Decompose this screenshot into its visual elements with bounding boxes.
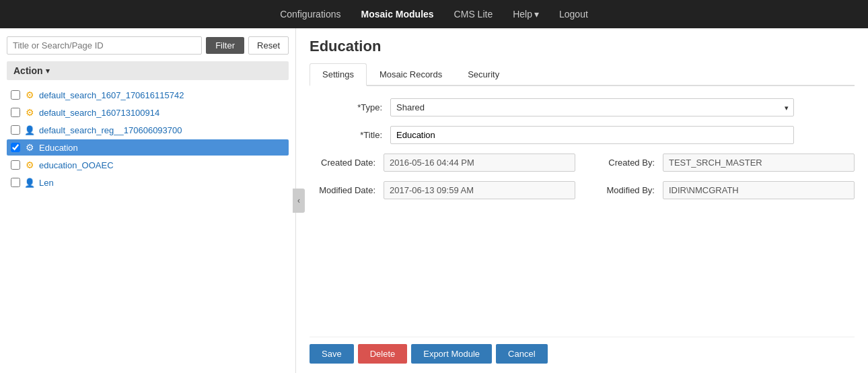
list-item[interactable]: 👤 default_search_reg__170606093700: [7, 122, 289, 138]
nav-mosaic-modules[interactable]: Mosaic Modules: [361, 9, 433, 20]
title-label: *Title:: [310, 130, 390, 140]
created-date-col: Created Date:: [310, 154, 575, 172]
created-row: Created Date: Created By:: [310, 154, 855, 172]
type-field: Shared ▾: [390, 98, 794, 116]
top-navigation: Configurations Mosaic Modules CMS Lite H…: [0, 0, 868, 28]
created-date-label: Created Date:: [310, 158, 384, 168]
gear-icon: ⚙: [24, 107, 35, 118]
item-label: default_search_160713100914: [39, 108, 159, 118]
gear-icon: ⚙: [24, 160, 35, 170]
item-checkbox[interactable]: [11, 160, 20, 170]
person-icon: 👤: [24, 177, 35, 188]
modified-by-col: Modified By:: [589, 181, 855, 199]
created-date-input: [384, 154, 575, 172]
search-row: Filter Reset: [7, 36, 289, 55]
modified-date-label: Modified Date:: [310, 185, 384, 195]
item-checkbox[interactable]: [11, 143, 20, 152]
list-item-selected[interactable]: ⚙ Education: [7, 139, 289, 156]
nav-logout[interactable]: Logout: [559, 9, 588, 20]
item-checkbox[interactable]: [11, 178, 20, 187]
settings-form: *Type: Shared ▾ *Title:: [310, 98, 855, 337]
delete-button[interactable]: Delete: [358, 344, 408, 364]
type-row: *Type: Shared ▾: [310, 98, 855, 116]
export-button[interactable]: Export Module: [411, 344, 492, 364]
collapse-panel-button[interactable]: ‹: [293, 189, 305, 213]
item-label: Len: [39, 178, 54, 188]
item-checkbox[interactable]: [11, 125, 20, 135]
item-label: education_OOAEC: [39, 160, 114, 170]
type-label: *Type:: [310, 102, 390, 112]
modified-row: Modified Date: Modified By:: [310, 181, 855, 199]
title-field: [390, 126, 794, 144]
cancel-button[interactable]: Cancel: [496, 344, 547, 364]
list-item[interactable]: ⚙ default_search_160713100914: [7, 104, 289, 121]
action-label: Action: [13, 65, 43, 76]
nav-cms-lite[interactable]: CMS Lite: [454, 9, 493, 20]
item-checkbox[interactable]: [11, 108, 20, 117]
left-panel: Filter Reset Action ▾ ⚙ default_search_1…: [0, 28, 296, 373]
tab-mosaic-records[interactable]: Mosaic Records: [367, 63, 455, 86]
tab-security[interactable]: Security: [455, 63, 512, 86]
title-input[interactable]: [390, 126, 794, 144]
title-row: *Title:: [310, 126, 855, 144]
nav-help[interactable]: Help ▾: [513, 9, 539, 20]
created-by-label: Created By:: [589, 158, 663, 168]
modified-date-input: [384, 181, 575, 199]
type-select[interactable]: Shared: [390, 98, 794, 116]
main-layout: Filter Reset Action ▾ ⚙ default_search_1…: [0, 28, 868, 373]
modified-by-label: Modified By:: [589, 185, 663, 195]
filter-button[interactable]: Filter: [206, 37, 244, 54]
action-caret-icon: ▾: [46, 67, 50, 75]
modified-date-col: Modified Date:: [310, 181, 575, 199]
item-checkbox[interactable]: [11, 90, 20, 100]
gear-icon: ⚙: [24, 142, 35, 153]
chevron-down-icon: ▾: [534, 9, 539, 20]
list-item[interactable]: 👤 Len: [7, 174, 289, 191]
reset-button[interactable]: Reset: [248, 36, 289, 55]
action-dropdown[interactable]: Action ▾: [7, 61, 289, 80]
action-buttons: Save Delete Export Module Cancel: [310, 337, 855, 364]
item-label: default_search_reg__170606093700: [39, 125, 182, 135]
module-list: ⚙ default_search_1607_170616115742 ⚙ def…: [7, 87, 289, 191]
list-item[interactable]: ⚙ education_OOAEC: [7, 157, 289, 173]
tab-bar: Settings Mosaic Records Security: [310, 63, 855, 86]
tab-settings[interactable]: Settings: [310, 63, 367, 86]
right-panel: Education Settings Mosaic Records Securi…: [296, 28, 868, 373]
created-by-col: Created By:: [589, 154, 855, 172]
gear-icon: ⚙: [24, 90, 35, 100]
item-label: default_search_1607_170616115742: [39, 90, 184, 100]
search-input[interactable]: [7, 36, 202, 55]
list-item[interactable]: ⚙ default_search_1607_170616115742: [7, 87, 289, 103]
page-title: Education: [310, 38, 855, 55]
item-label: Education: [39, 143, 78, 153]
person-icon: 👤: [24, 125, 35, 135]
modified-by-input: [663, 181, 855, 199]
created-by-input: [663, 154, 855, 172]
nav-configurations[interactable]: Configurations: [280, 9, 340, 20]
save-button[interactable]: Save: [310, 344, 354, 364]
